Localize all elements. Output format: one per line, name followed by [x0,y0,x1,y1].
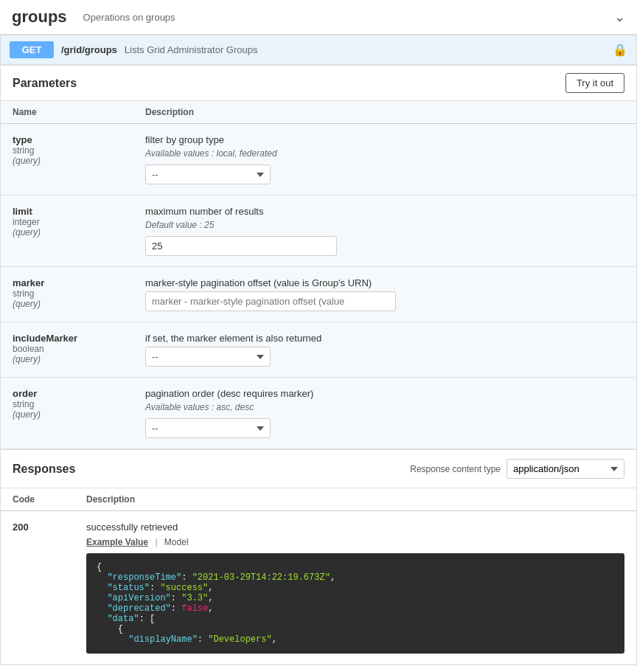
limit-input[interactable] [145,236,337,256]
param-location-type: (query) [13,156,145,166]
param-row-includemarker: includeMarker boolean (query) if set, th… [1,322,636,378]
param-type-order: string [13,399,145,409]
example-value-link[interactable]: Example Value [86,537,148,547]
param-location-limit: (query) [13,227,145,238]
endpoint-bar: GET /grid/groups Lists Grid Administrato… [0,35,637,65]
param-desc-col-type: filter by group type Available values : … [145,134,624,184]
resp-desc-col-200: successfully retrieved Example Value | M… [86,522,624,654]
pipe-separator: | [155,537,157,547]
param-location-marker: (query) [13,299,145,309]
param-type-limit: integer [13,217,145,227]
param-name-marker: marker [13,277,145,288]
params-col-headers: Name Description [1,101,636,124]
param-desc-col-marker: marker-style pagination offset (value is… [145,277,624,311]
try-it-out-button[interactable]: Try it out [565,73,624,93]
marker-input[interactable] [145,291,396,311]
param-row-marker: marker string (query) marker-style pagin… [1,267,636,322]
param-desc-col-limit: maximum number of results Default value … [145,206,624,256]
param-row-type: type string (query) filter by group type… [1,124,636,195]
responses-title: Responses [13,463,75,476]
content-type-label: Response content type [410,464,501,474]
param-name-order: order [13,388,145,399]
responses-header: Responses Response content type applicat… [1,450,636,488]
col-desc-header: Description [145,107,624,117]
parameters-header: Parameters Try it out [1,66,636,101]
param-name-col-type: type string (query) [13,134,145,184]
parameters-section: Parameters Try it out Name Description t… [0,65,637,450]
lock-icon: 🔒 [613,43,627,57]
param-description-limit: maximum number of results [145,206,624,217]
param-available-type: Available values : local, federated [145,148,624,159]
param-description-type: filter by group type [145,134,624,145]
param-name-type: type [13,134,145,145]
json-example-block: { "responseTime": "2021-03-29T14:22:19.6… [86,553,624,654]
groups-title: groups [12,7,67,27]
responses-section: Responses Response content type applicat… [0,450,637,665]
type-select[interactable]: -- local federated [145,164,271,184]
param-row-order: order string (query) pagination order (d… [1,378,636,449]
param-type-includemarker: boolean [13,344,145,354]
resp-col-code-header: Code [13,494,86,505]
param-type-type: string [13,145,145,156]
resp-code-200: 200 [13,522,86,654]
order-select[interactable]: -- asc desc [145,418,271,438]
param-name-includemarker: includeMarker [13,333,145,344]
groups-subtitle: Operations on groups [83,12,175,23]
col-name-header: Name [13,107,145,117]
param-name-col-order: order string (query) [13,388,145,438]
param-name-col-marker: marker string (query) [13,277,145,311]
param-description-order: pagination order (desc requires marker) [145,388,624,399]
endpoint-description: Lists Grid Administrator Groups [125,44,258,55]
includemarker-select[interactable]: -- true false [145,347,271,367]
param-name-col-includemarker: includeMarker boolean (query) [13,333,145,367]
content-type-select[interactable]: application/json [507,459,624,479]
param-available-order: Available values : asc, desc [145,402,624,412]
response-row-200: 200 successfully retrieved Example Value… [1,511,636,665]
resp-description-200: successfully retrieved [86,522,624,533]
param-name-col-limit: limit integer (query) [13,206,145,256]
param-default-limit: Default value : 25 [145,220,624,230]
example-value-links: Example Value | Model [86,537,624,547]
param-description-marker: marker-style pagination offset (value is… [145,277,624,288]
method-badge: GET [10,41,54,58]
param-desc-col-includemarker: if set, the marker element is also retur… [145,333,624,367]
resp-col-desc-header: Description [86,494,624,505]
endpoint-path: /grid/groups [61,44,117,55]
groups-header-left: groups Operations on groups [12,7,175,27]
response-col-headers: Code Description [1,488,636,511]
chevron-down-icon[interactable]: ⌄ [614,9,625,25]
param-description-includemarker: if set, the marker element is also retur… [145,333,624,344]
param-name-limit: limit [13,206,145,217]
param-desc-col-order: pagination order (desc requires marker) … [145,388,624,438]
model-link[interactable]: Model [164,537,189,547]
param-location-order: (query) [13,409,145,420]
param-row-limit: limit integer (query) maximum number of … [1,195,636,267]
params-table: Name Description type string (query) fil… [1,101,636,449]
parameters-title: Parameters [13,77,77,90]
param-type-marker: string [13,288,145,299]
param-location-includemarker: (query) [13,354,145,364]
content-type-container: Response content type application/json [410,459,624,479]
groups-header: groups Operations on groups ⌄ [0,0,637,35]
